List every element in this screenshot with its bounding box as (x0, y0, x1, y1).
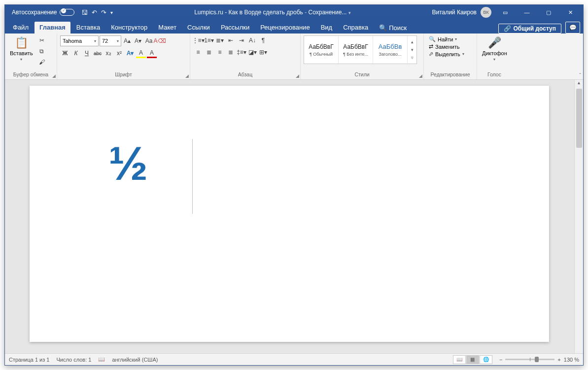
style-heading1[interactable]: АаБбВв Заголово... (373, 36, 408, 64)
justify-icon[interactable]: ≣ (226, 47, 236, 57)
user-name: Виталий Каиров (432, 9, 477, 16)
search-box[interactable]: 🔍 Поиск (374, 22, 412, 34)
font-color-icon[interactable]: A (147, 48, 157, 58)
subscript-button[interactable]: x₂ (104, 48, 113, 58)
shrink-font-icon[interactable]: A▾ (133, 36, 143, 46)
paste-label: Вставить (10, 50, 33, 56)
font-name-value: Tahoma (63, 38, 82, 44)
page-scroll[interactable]: ½ (5, 80, 574, 353)
tab-mailings[interactable]: Рассылки (216, 22, 254, 34)
user-area: Виталий Каиров ВК (432, 7, 491, 18)
comments-button[interactable]: 💬 (565, 22, 580, 34)
zoom-in-button[interactable]: + (557, 357, 560, 363)
collapse-ribbon-icon[interactable]: ˆ (579, 72, 581, 78)
align-left-icon[interactable]: ≡ (193, 47, 203, 57)
minimize-button[interactable]: ― (516, 5, 538, 19)
tab-review[interactable]: Рецензирование (255, 22, 314, 34)
copy-icon[interactable]: ⧉ (37, 46, 47, 56)
ribbon: 📋 Вставить ▾ ✂ ⧉ 🖌 Буфер обмена ◢ Tahoma… (5, 34, 583, 80)
title-text: Lumpics.ru - Как в Ворде сделать дробь (194, 9, 303, 16)
clear-format-icon[interactable]: A⌫ (155, 36, 165, 46)
tab-file[interactable]: Файл (8, 22, 34, 34)
styles-launcher-icon[interactable]: ◢ (419, 73, 422, 78)
chevron-up-icon: ▴ (411, 39, 414, 44)
zoom-out-button[interactable]: − (499, 357, 502, 363)
align-right-icon[interactable]: ≡ (215, 47, 225, 57)
page-status[interactable]: Страница 1 из 1 (9, 357, 49, 363)
tab-insert[interactable]: Вставка (71, 22, 105, 34)
bullets-icon[interactable]: ⋮≡▾ (193, 35, 203, 45)
clipboard-launcher-icon[interactable]: ◢ (52, 73, 56, 78)
shading-icon[interactable]: ◪▾ (247, 47, 257, 57)
chevron-down-icon: ▾ (20, 57, 22, 62)
styles-more-button[interactable]: ▴▾▿ (408, 36, 416, 64)
underline-button[interactable]: Ч (82, 48, 92, 58)
paste-button[interactable]: 📋 Вставить ▾ (8, 35, 35, 63)
style-gallery[interactable]: АаБбВвГ ¶ Обычный АаБбВвГ ¶ Без инте... … (304, 35, 417, 64)
ribbon-options-icon[interactable]: ▭ (494, 5, 516, 19)
user-avatar[interactable]: ВК (481, 7, 491, 18)
document-content[interactable]: ½ (108, 137, 145, 190)
select-button[interactable]: ⬀Выделить▾ (427, 50, 466, 58)
expand-icon: ▿ (411, 55, 414, 60)
numbering-icon[interactable]: 1≡▾ (204, 35, 214, 45)
spellcheck-icon[interactable]: 📖 (98, 356, 105, 363)
undo-icon[interactable]: ↶ (92, 9, 97, 16)
tab-view[interactable]: Вид (316, 22, 338, 34)
chevron-down-icon: ▾ (493, 57, 495, 62)
font-launcher-icon[interactable]: ◢ (185, 73, 189, 78)
highlight-icon[interactable]: A (136, 48, 146, 58)
font-size-combo[interactable]: 72▾ (100, 35, 121, 46)
close-button[interactable]: ✕ (559, 5, 581, 19)
zoom-thumb[interactable] (535, 357, 539, 362)
share-button[interactable]: 🔗 Общий доступ (498, 24, 561, 34)
language-status[interactable]: английский (США) (112, 357, 158, 363)
tab-design[interactable]: Конструктор (106, 22, 152, 34)
find-button[interactable]: 🔍Найти▾ (427, 35, 459, 43)
tab-home[interactable]: Главная (35, 22, 70, 34)
superscript-button[interactable]: x² (114, 48, 124, 58)
titlebar: Автосохранение 🖫 ↶ ↷ ▾ Lumpics.ru - Как … (5, 5, 583, 20)
increase-indent-icon[interactable]: ⇥ (237, 35, 246, 45)
strikethrough-button[interactable]: abc (93, 48, 103, 58)
italic-button[interactable]: К (71, 48, 81, 58)
app-window: Автосохранение 🖫 ↶ ↷ ▾ Lumpics.ru - Как … (4, 4, 584, 366)
read-mode-icon[interactable]: 📖 (453, 355, 466, 364)
toggle-switch-icon[interactable] (60, 9, 74, 16)
print-layout-icon[interactable]: ▦ (466, 355, 479, 364)
grow-font-icon[interactable]: A▴ (122, 36, 132, 46)
word-count[interactable]: Число слов: 1 (56, 357, 91, 363)
replace-button[interactable]: ⇄Заменить (427, 43, 461, 50)
tab-references[interactable]: Ссылки (182, 22, 215, 34)
vertical-scrollbar[interactable]: ▴ (574, 80, 583, 353)
page[interactable]: ½ (30, 86, 549, 342)
tab-layout[interactable]: Макет (153, 22, 181, 34)
sort-icon[interactable]: A↓ (247, 35, 257, 45)
web-layout-icon[interactable]: 🌐 (480, 355, 492, 364)
text-effects-icon[interactable]: A▾ (125, 48, 135, 58)
zoom-slider[interactable] (505, 359, 554, 360)
font-name-combo[interactable]: Tahoma▾ (60, 35, 99, 46)
change-case-icon[interactable]: Aa (144, 36, 154, 46)
save-icon[interactable]: 🖫 (81, 9, 88, 16)
zoom-value[interactable]: 130 % (564, 357, 579, 363)
dictate-button[interactable]: 🎤 Диктофон ▾ (480, 35, 509, 63)
decrease-indent-icon[interactable]: ⇤ (226, 35, 236, 45)
maximize-button[interactable]: ▢ (538, 5, 559, 19)
borders-icon[interactable]: ⊞▾ (258, 47, 268, 57)
scroll-thumb[interactable] (576, 89, 582, 148)
redo-icon[interactable]: ↷ (101, 9, 106, 16)
format-painter-icon[interactable]: 🖌 (37, 57, 47, 67)
scroll-up-icon[interactable]: ▴ (578, 80, 580, 88)
style-nospacing[interactable]: АаБбВвГ ¶ Без инте... (339, 36, 373, 64)
bold-button[interactable]: Ж (60, 48, 70, 58)
cut-icon[interactable]: ✂ (37, 35, 47, 45)
align-center-icon[interactable]: ≣ (204, 47, 214, 57)
line-spacing-icon[interactable]: ‡≡▾ (237, 47, 246, 57)
autosave-toggle[interactable]: Автосохранение (12, 9, 74, 16)
style-normal[interactable]: АаБбВвГ ¶ Обычный (304, 36, 339, 64)
multilevel-icon[interactable]: ≣▾ (215, 35, 225, 45)
paragraph-launcher-icon[interactable]: ◢ (296, 73, 299, 78)
show-hide-icon[interactable]: ¶ (258, 35, 268, 45)
tab-help[interactable]: Справка (338, 22, 373, 34)
